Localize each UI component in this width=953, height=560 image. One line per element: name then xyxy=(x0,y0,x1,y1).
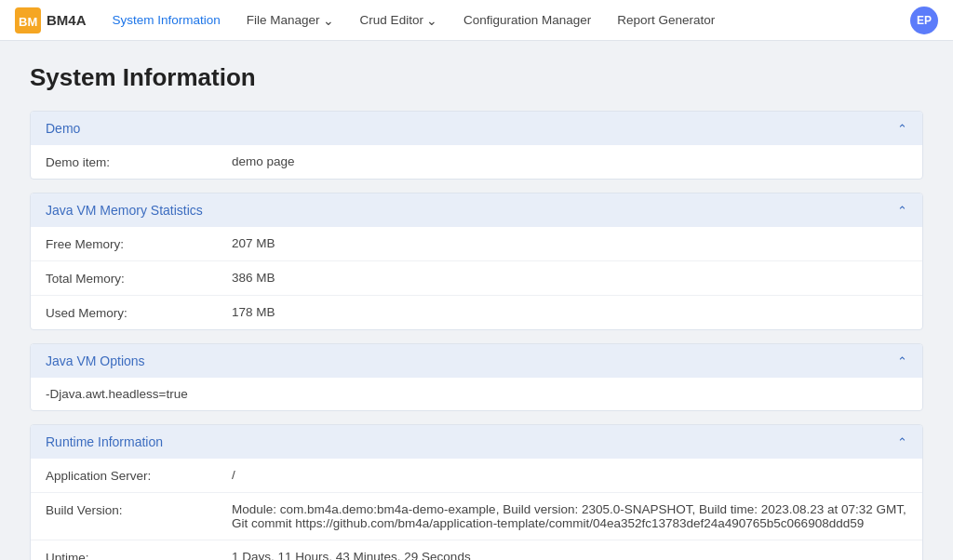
svg-text:BM: BM xyxy=(19,15,37,29)
info-label: Build Version: xyxy=(46,502,232,517)
info-label: Demo item: xyxy=(46,154,232,169)
info-value: demo page xyxy=(232,154,907,168)
table-row: Demo item: demo page xyxy=(31,145,922,179)
section-runtime-info-title: Runtime Information xyxy=(46,434,163,449)
bm4a-logo-icon: BM xyxy=(15,7,41,33)
section-runtime-info-header[interactable]: Runtime Information ⌃ xyxy=(31,425,922,459)
section-java-vm-options-body: -Djava.awt.headless=true xyxy=(31,378,922,410)
info-value: 178 MB xyxy=(232,305,907,319)
navbar: BM BM4A System Information File Manager … xyxy=(0,0,953,41)
nav-configuration-manager[interactable]: Configuration Manager xyxy=(452,0,602,41)
info-value: 1 Days, 11 Hours, 43 Minutes, 29 Seconds xyxy=(232,550,907,560)
section-java-vm-options: Java VM Options ⌃ -Djava.awt.headless=tr… xyxy=(30,343,923,411)
table-row: Uptime: 1 Days, 11 Hours, 43 Minutes, 29… xyxy=(31,540,922,560)
brand-logo-area[interactable]: BM BM4A xyxy=(15,7,87,33)
user-avatar[interactable]: EP xyxy=(910,7,938,34)
chevron-down-icon: ⌄ xyxy=(426,13,437,28)
nav-crud-editor[interactable]: Crud Editor ⌄ xyxy=(349,0,449,41)
table-row: Application Server: / xyxy=(31,459,922,493)
section-java-vm-options-header[interactable]: Java VM Options ⌃ xyxy=(31,344,922,378)
section-runtime-info: Runtime Information ⌃ Application Server… xyxy=(30,424,923,560)
section-demo: Demo ⌃ Demo item: demo page xyxy=(30,111,923,180)
table-row: Used Memory: 178 MB xyxy=(31,296,922,329)
section-java-vm-memory-chevron-icon: ⌃ xyxy=(897,204,907,218)
nav-file-manager[interactable]: File Manager ⌄ xyxy=(235,0,345,41)
info-text: -Djava.awt.headless=true xyxy=(31,378,922,410)
table-row: Build Version: Module: com.bm4a.demo:bm4… xyxy=(31,493,922,540)
info-value: Module: com.bm4a.demo:bm4a-demo-example,… xyxy=(232,502,907,530)
page-title: System Information xyxy=(30,63,923,92)
chevron-down-icon: ⌄ xyxy=(323,13,334,28)
nav-system-information[interactable]: System Information xyxy=(101,0,232,41)
info-label: Total Memory: xyxy=(46,271,232,286)
section-java-vm-memory: Java VM Memory Statistics ⌃ Free Memory:… xyxy=(30,193,923,330)
table-row: Total Memory: 386 MB xyxy=(31,261,922,296)
info-label: Uptime: xyxy=(46,550,232,560)
section-java-vm-memory-header[interactable]: Java VM Memory Statistics ⌃ xyxy=(31,193,922,227)
info-label: Free Memory: xyxy=(46,236,232,251)
section-java-vm-memory-title: Java VM Memory Statistics xyxy=(46,203,203,218)
section-java-vm-options-title: Java VM Options xyxy=(46,353,145,368)
table-row: Free Memory: 207 MB xyxy=(31,227,922,261)
section-demo-body: Demo item: demo page xyxy=(31,145,922,179)
section-demo-chevron-icon: ⌃ xyxy=(897,122,907,136)
section-demo-header[interactable]: Demo ⌃ xyxy=(31,112,922,145)
info-value: 386 MB xyxy=(232,271,907,285)
brand-name: BM4A xyxy=(47,12,87,28)
section-java-vm-options-chevron-icon: ⌃ xyxy=(897,354,907,368)
info-label: Used Memory: xyxy=(46,305,232,320)
section-runtime-info-body: Application Server: / Build Version: Mod… xyxy=(31,459,922,560)
section-runtime-info-chevron-icon: ⌃ xyxy=(897,435,907,449)
info-value: 207 MB xyxy=(232,236,907,250)
info-label: Application Server: xyxy=(46,468,232,483)
section-java-vm-memory-body: Free Memory: 207 MB Total Memory: 386 MB… xyxy=(31,227,922,329)
nav-report-generator[interactable]: Report Generator xyxy=(606,0,726,41)
section-demo-title: Demo xyxy=(46,121,80,136)
page-content: System Information Demo ⌃ Demo item: dem… xyxy=(0,41,953,560)
info-value: / xyxy=(232,468,907,482)
